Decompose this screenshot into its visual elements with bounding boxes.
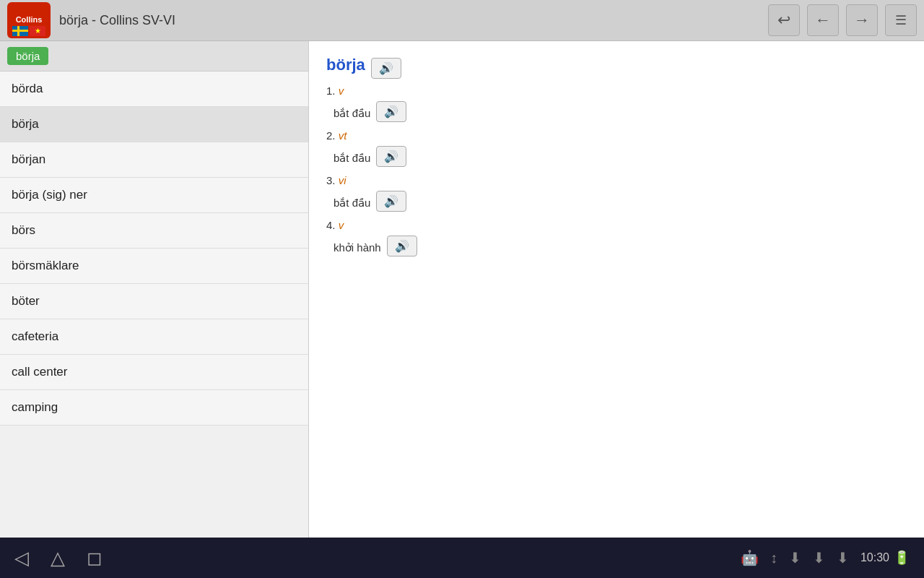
signal-icon: ↕: [770, 550, 777, 566]
bottom-status: 🤖 ↕ ⬇ ⬇ ⬇ 10:30 🔋: [741, 549, 910, 566]
sense-1-translation: bắt đầu: [334, 107, 370, 120]
search-bar: börja: [0, 41, 308, 72]
sense-3-number: 3.: [326, 174, 339, 186]
word-item-call-center[interactable]: call center: [0, 355, 308, 390]
word-item-borja[interactable]: börja: [0, 107, 308, 142]
speaker-icon-3: 🔊: [384, 194, 398, 208]
word-item-camping[interactable]: camping: [0, 390, 308, 426]
word-item-borjan[interactable]: början: [0, 142, 308, 178]
main-content: börja bördabörjabörjanbörja (sig) nerbör…: [0, 41, 924, 538]
sense-1: 1. v bắt đầu 🔊: [326, 85, 907, 122]
sense-4-pos-row: 4. v: [326, 219, 907, 231]
recents-nav-icon[interactable]: ◻: [87, 547, 103, 569]
entry-header-row: börja 🔊: [326, 56, 907, 80]
sense-2-translation: bắt đầu: [334, 152, 370, 165]
sense-4-number: 4.: [326, 219, 339, 231]
nav-back-button[interactable]: ←: [807, 4, 839, 36]
speaker-icon-headword: 🔊: [379, 61, 393, 75]
android-icon: 🤖: [741, 549, 759, 566]
flags: [7, 26, 51, 36]
app-logo: Collins: [7, 2, 51, 38]
sense-4: 4. v khởi hành 🔊: [326, 219, 907, 256]
top-bar: Collins börja - Collins SV-VI ↩ ← → ☰: [0, 0, 924, 41]
sense-1-translation-row: bắt đầu 🔊: [326, 101, 907, 122]
download2-icon: ⬇: [813, 549, 825, 566]
left-panel: börja bördabörjabörjanbörja (sig) nerbör…: [0, 41, 309, 538]
home-nav-icon[interactable]: △: [51, 547, 65, 569]
sense-3-translation: bắt đầu: [334, 197, 370, 210]
bottom-bar: ◁ △ ◻ 🤖 ↕ ⬇ ⬇ ⬇ 10:30 🔋: [0, 538, 924, 578]
word-item-cafeteria[interactable]: cafeteria: [0, 319, 308, 355]
search-tag[interactable]: börja: [7, 47, 48, 65]
sense-3: 3. vi bắt đầu 🔊: [326, 174, 907, 212]
menu-button[interactable]: ☰: [885, 4, 917, 36]
time-text: 10:30: [860, 551, 889, 564]
swedish-flag: [12, 26, 28, 36]
nav-forward-button[interactable]: →: [846, 4, 878, 36]
sense-2-number: 2.: [326, 129, 339, 142]
audio-button-4[interactable]: 🔊: [387, 236, 417, 256]
right-panel: börja 🔊 1. v bắt đầu 🔊 2. vt: [309, 41, 924, 538]
word-item-borja-sig-ner[interactable]: börja (sig) ner: [0, 178, 308, 213]
word-item-bors[interactable]: börs: [0, 213, 308, 249]
sense-2-pos-row: 2. vt: [326, 129, 907, 142]
app-title: börja - Collins SV-VI: [59, 13, 768, 28]
download-icon: ⬇: [789, 549, 801, 566]
sense-3-pos-row: 3. vi: [326, 174, 907, 186]
sense-4-translation: khởi hành: [334, 241, 381, 254]
sense-1-pos-row: 1. v: [326, 85, 907, 97]
download3-icon: ⬇: [837, 549, 849, 566]
vietnamese-flag: [30, 26, 45, 36]
audio-button-headword[interactable]: 🔊: [371, 58, 401, 79]
audio-button-3[interactable]: 🔊: [376, 191, 406, 212]
word-item-boter[interactable]: böter: [0, 284, 308, 319]
battery-icon: 🔋: [894, 550, 910, 566]
speaker-icon-1: 🔊: [384, 105, 398, 118]
audio-button-2[interactable]: 🔊: [376, 146, 406, 167]
sense-3-translation-row: bắt đầu 🔊: [326, 191, 907, 212]
audio-button-1[interactable]: 🔊: [376, 101, 406, 122]
sense-3-pos: vi: [339, 174, 346, 186]
top-nav-icons: ↩ ← → ☰: [768, 4, 917, 36]
back-nav-icon[interactable]: ◁: [14, 547, 29, 569]
sense-4-pos: v: [339, 219, 344, 231]
sense-1-pos: v: [339, 85, 344, 97]
time-display: 10:30 🔋: [860, 550, 910, 566]
sense-1-number: 1.: [326, 85, 339, 97]
sense-2-translation-row: bắt đầu 🔊: [326, 146, 907, 167]
nav-back-arrow-button[interactable]: ↩: [768, 4, 800, 36]
speaker-icon-4: 🔊: [395, 239, 409, 253]
word-item-borsmaklare[interactable]: börsmäklare: [0, 249, 308, 284]
logo-text: Collins: [16, 15, 43, 25]
sense-4-translation-row: khởi hành 🔊: [326, 236, 907, 256]
bottom-nav: ◁ △ ◻: [14, 547, 741, 569]
sense-2-pos: vt: [339, 129, 347, 142]
entry-headword: börja: [326, 56, 365, 74]
sense-2: 2. vt bắt đầu 🔊: [326, 129, 907, 167]
word-list: bördabörjabörjanbörja (sig) nerbörsbörsm…: [0, 72, 308, 538]
word-item-borda[interactable]: börda: [0, 72, 308, 107]
speaker-icon-2: 🔊: [384, 150, 398, 163]
